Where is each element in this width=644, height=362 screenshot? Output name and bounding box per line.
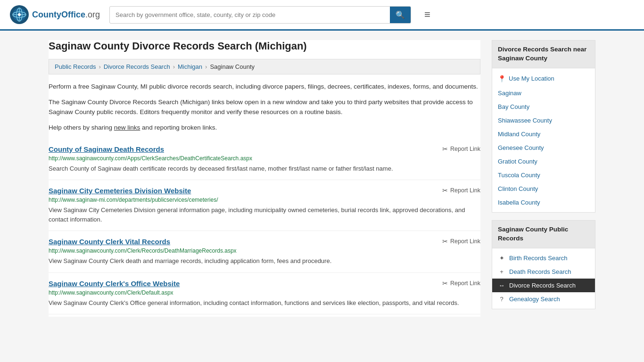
nearby-link-2[interactable]: Shiawassee County (492, 114, 595, 127)
main-container: Saginaw County Divorce Records Search (M… (39, 31, 605, 326)
breadcrumb-sep-3: › (205, 63, 207, 70)
sidebar-link-label-1: Death Records Search (509, 268, 571, 275)
description-para-1: Perform a free Saginaw County, MI public… (49, 82, 480, 92)
breadcrumb: Public Records › Divorce Records Search … (49, 59, 480, 74)
nearby-box: Divorce Records Search near Saginaw Coun… (492, 40, 595, 213)
search-input[interactable] (110, 8, 390, 22)
new-links-link[interactable]: new links (114, 124, 140, 131)
result-title-0[interactable]: County of Saginaw Death Records (49, 145, 164, 153)
public-records-link-1[interactable]: +Death Records Search (492, 265, 595, 279)
site-logo[interactable]: CountyOffice.org (9, 5, 100, 25)
report-label-0: Report Link (450, 146, 480, 152)
sidebar-link-label-3: Genealogy Search (509, 296, 560, 303)
result-url-2[interactable]: http://www.saginawcounty.com/Clerk/Recor… (49, 247, 480, 254)
result-header: County of Saginaw Death Records ✂ Report… (49, 145, 480, 153)
public-records-box-header: Saginaw County Public Records (492, 221, 595, 248)
sidebar-link-label-0: Birth Records Search (509, 255, 568, 262)
results-list: County of Saginaw Death Records ✂ Report… (49, 139, 480, 315)
result-desc-1: View Saginaw City Cemeteries Division ge… (49, 206, 480, 224)
use-my-location[interactable]: 📍 Use My Location (492, 71, 595, 86)
report-label-1: Report Link (450, 187, 480, 194)
result-item: Saginaw City Cemeteries Division Website… (49, 180, 480, 231)
nearby-links: SaginawBay CountyShiawassee CountyMidlan… (492, 86, 595, 209)
public-records-link-3[interactable]: ?Genealogy Search (492, 292, 595, 306)
result-title-1[interactable]: Saginaw City Cemeteries Division Website (49, 187, 191, 195)
report-icon-3: ✂ (442, 280, 448, 287)
result-header: Saginaw City Cemeteries Division Website… (49, 187, 480, 195)
result-item: Saginaw County Clerk Vital Records ✂ Rep… (49, 231, 480, 273)
result-title-3[interactable]: Saginaw County Clerk's Office Website (49, 280, 180, 288)
report-link-1[interactable]: ✂ Report Link (442, 187, 480, 194)
sidebar-icon-3: ? (498, 296, 505, 303)
breadcrumb-sep-2: › (173, 63, 175, 70)
logo-text: CountyOffice.org (32, 10, 100, 20)
public-records-link-0[interactable]: ✦Birth Records Search (492, 251, 595, 265)
nearby-box-header: Divorce Records Search near Saginaw Coun… (492, 41, 595, 68)
search-bar: 🔍 (109, 6, 411, 24)
report-link-2[interactable]: ✂ Report Link (442, 238, 480, 245)
nearby-link-3[interactable]: Midland County (492, 127, 595, 141)
sidebar-link-label-2: Divorce Records Search (509, 282, 576, 289)
sidebar: Divorce Records Search near Saginaw Coun… (492, 40, 595, 317)
report-label-3: Report Link (450, 280, 480, 287)
breadcrumb-sep-1: › (99, 63, 100, 70)
public-records-box: Saginaw County Public Records ✦Birth Rec… (492, 220, 595, 309)
nearby-link-7[interactable]: Clinton County (492, 182, 595, 196)
nearby-link-0[interactable]: Saginaw (492, 86, 595, 100)
nearby-link-8[interactable]: Isabella County (492, 196, 595, 209)
nearby-box-body: 📍 Use My Location SaginawBay CountyShiaw… (492, 68, 595, 212)
report-link-0[interactable]: ✂ Report Link (442, 145, 480, 153)
description-para-2: The Saginaw County Divorce Records Searc… (49, 98, 480, 117)
breadcrumb-divorce-records[interactable]: Divorce Records Search (104, 63, 170, 70)
public-records-links: ✦Birth Records Search+Death Records Sear… (492, 251, 595, 306)
public-records-link-2[interactable]: ↔Divorce Records Search (492, 279, 595, 292)
nearby-link-5[interactable]: Gratiot County (492, 155, 595, 168)
sidebar-icon-2: ↔ (498, 282, 505, 289)
public-records-box-body: ✦Birth Records Search+Death Records Sear… (492, 248, 595, 309)
sidebar-icon-1: + (498, 268, 505, 275)
search-button[interactable]: 🔍 (390, 7, 411, 23)
report-icon-1: ✂ (442, 187, 448, 194)
result-item: County of Saginaw Death Records ✂ Report… (49, 139, 480, 181)
result-header: Saginaw County Clerk Vital Records ✂ Rep… (49, 238, 480, 246)
breadcrumb-michigan[interactable]: Michigan (178, 63, 202, 70)
result-desc-3: View Saginaw County Clerk's Office gener… (49, 298, 480, 308)
result-url-0[interactable]: http://www.saginawcounty.com/Apps/ClerkS… (49, 155, 480, 162)
site-header: CountyOffice.org 🔍 ≡ (0, 0, 644, 31)
nearby-link-4[interactable]: Genesee County (492, 141, 595, 155)
result-title-2[interactable]: Saginaw County Clerk Vital Records (49, 238, 170, 246)
description-para-3: Help others by sharing new links and rep… (49, 123, 480, 133)
svg-point-6 (18, 13, 21, 16)
page-title: Saginaw County Divorce Records Search (M… (49, 40, 480, 52)
nearby-link-1[interactable]: Bay County (492, 100, 595, 114)
report-icon-2: ✂ (442, 238, 448, 245)
location-pin-icon: 📍 (498, 75, 506, 82)
result-url-3[interactable]: http://www.saginawcounty.com/Clerk/Defau… (49, 289, 480, 296)
breadcrumb-public-records[interactable]: Public Records (55, 63, 96, 70)
result-header: Saginaw County Clerk's Office Website ✂ … (49, 280, 480, 288)
breadcrumb-current: Saginaw County (210, 63, 255, 70)
report-icon-0: ✂ (442, 145, 448, 153)
result-desc-2: View Saginaw County Clerk death and marr… (49, 256, 480, 266)
logo-icon (9, 5, 29, 25)
report-link-3[interactable]: ✂ Report Link (442, 280, 480, 287)
report-label-2: Report Link (450, 238, 480, 245)
content-area: Saginaw County Divorce Records Search (M… (49, 40, 480, 317)
result-item: Saginaw County Clerk's Office Website ✂ … (49, 273, 480, 315)
nearby-link-6[interactable]: Tuscola County (492, 168, 595, 182)
sidebar-icon-0: ✦ (498, 255, 505, 262)
result-url-1[interactable]: http://www.saginaw-mi.com/departments/pu… (49, 197, 480, 203)
result-desc-0: Search County of Saginaw death certifica… (49, 164, 480, 173)
hamburger-menu-button[interactable]: ≡ (421, 7, 434, 23)
